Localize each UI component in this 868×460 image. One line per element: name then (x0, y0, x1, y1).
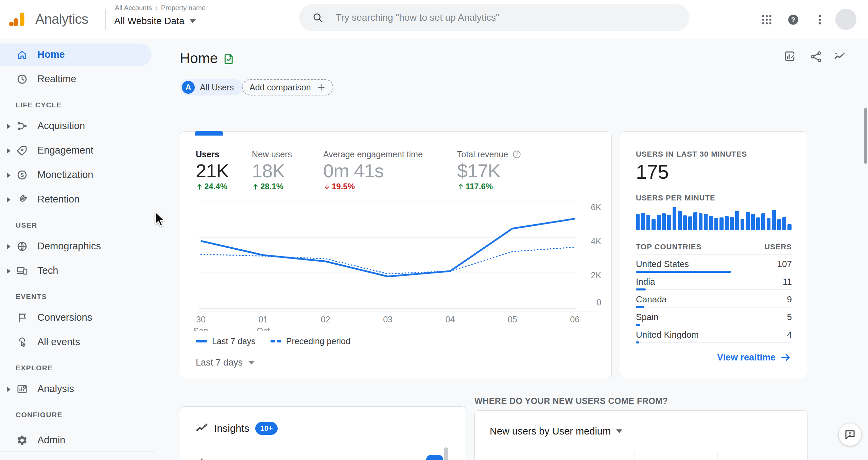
svg-text:?: ? (516, 152, 518, 157)
metric-delta: 28.1% (252, 182, 292, 191)
arrow-up-icon (457, 182, 465, 191)
view-realtime-link[interactable]: View realtime (717, 352, 791, 363)
expand-chevron-icon[interactable] (7, 173, 11, 178)
new-users-card: New users by User medium (474, 410, 808, 460)
sidebar-item-conversions[interactable]: Conversions (0, 306, 155, 329)
sidebar-item-realtime[interactable]: Realtime (0, 68, 155, 90)
arrow-up-icon (196, 182, 203, 191)
country-row: Canada9 (636, 292, 792, 310)
divider (0, 424, 155, 424)
share-icon[interactable] (810, 50, 822, 63)
sidebar-item-home[interactable]: Home (0, 43, 152, 66)
sidebar-item-label: Realtime (37, 73, 76, 85)
help-icon[interactable]: ? (512, 150, 521, 159)
sidebar-item-label: Demographics (37, 241, 101, 252)
more-vert-icon[interactable] (814, 14, 826, 26)
sidebar-item-retention[interactable]: Retention (0, 188, 155, 211)
minute-bar (673, 207, 676, 230)
svg-text:02: 02 (321, 315, 330, 324)
doc-check-icon[interactable] (223, 52, 236, 67)
svg-text:6K: 6K (591, 202, 602, 212)
clock-icon (16, 73, 28, 85)
realtime-card: USERS IN LAST 30 MINUTES 175 USERS PER M… (620, 131, 807, 378)
chart-legend: Last 7 days Preceding period (196, 336, 350, 346)
chevron-down-icon (616, 429, 622, 433)
metric-total-revenue[interactable]: Total revenue?$17K117.6% (457, 149, 521, 191)
retention-icon (16, 194, 28, 205)
insights-header: Insights 10+ (195, 422, 278, 435)
breadcrumb-account[interactable]: All Accounts (115, 4, 152, 12)
svg-text:Sep: Sep (193, 326, 208, 331)
scrollbar-thumb[interactable] (444, 447, 448, 460)
expand-chevron-icon[interactable] (7, 124, 11, 129)
users-trend-chart: 6K4K2K030Sep01Oct0203040506 (180, 195, 611, 331)
new-users-dimension-selector[interactable]: New users by User medium (490, 426, 622, 437)
country-bar (636, 324, 640, 326)
sidebar-item-demographics[interactable]: Demographics (0, 235, 155, 258)
country-name: Canada (636, 294, 667, 305)
search-placeholder: Try searching "how to set up Analytics" (336, 12, 499, 23)
sidebar-item-label: Conversions (37, 312, 92, 323)
demographics-icon (16, 241, 28, 252)
expand-chevron-icon[interactable] (7, 197, 11, 202)
metric-new-users[interactable]: New users18K28.1% (252, 149, 292, 191)
minute-bar (735, 211, 739, 230)
sidebar-item-all-events[interactable]: All events (0, 331, 155, 353)
minute-bar (646, 215, 650, 230)
breadcrumb-property[interactable]: Property name (161, 4, 206, 12)
expand-chevron-icon[interactable] (7, 244, 11, 249)
avatar[interactable] (835, 9, 856, 30)
sidebar-item-engagement[interactable]: Engagement (0, 139, 155, 162)
country-row: United Kingdom4 (636, 328, 792, 345)
metric-users[interactable]: Users21K24.4% (196, 149, 229, 191)
chevron-down-icon (190, 19, 196, 23)
country-name: India (636, 277, 655, 287)
minute-bar (636, 214, 640, 230)
apps-grid-icon[interactable] (761, 14, 773, 26)
feedback-button[interactable] (839, 423, 861, 446)
expand-chevron-icon[interactable] (7, 387, 11, 392)
sidebar-item-admin[interactable]: Admin (0, 429, 155, 452)
breadcrumb[interactable]: All Accounts › Property name (115, 4, 206, 12)
country-name: United Kingdom (636, 330, 699, 340)
analytics-logo-icon[interactable] (7, 10, 26, 29)
sidebar-item-tech[interactable]: Tech (0, 260, 155, 282)
country-row: Spain5 (636, 310, 792, 328)
insights-count-badge[interactable]: 10+ (255, 422, 277, 435)
comparison-chip-all-users[interactable]: A All Users (180, 79, 243, 95)
minute-bar (767, 218, 770, 230)
sidebar-item-acquisition[interactable]: Acquisition (0, 115, 155, 137)
metric-average-engagement-time[interactable]: Average engagement time0m 41s19.5% (323, 149, 423, 191)
country-bar-track (636, 307, 792, 307)
customize-report-icon[interactable] (784, 50, 797, 63)
country-users: 4 (787, 330, 792, 340)
minute-bar (782, 217, 786, 230)
property-selector[interactable]: All Website Data (114, 16, 196, 26)
country-name: Spain (636, 312, 659, 322)
minute-bar (699, 213, 702, 230)
legend-dashed-swatch (271, 340, 281, 342)
legend-solid-swatch (196, 340, 207, 342)
acquisition-icon (16, 120, 28, 132)
expand-chevron-icon[interactable] (7, 148, 11, 154)
expand-chevron-icon[interactable] (7, 268, 11, 274)
add-comparison-button[interactable]: Add comparison (242, 79, 333, 95)
countries-table: United States107India11Canada9Spain5Unit… (636, 257, 792, 345)
sidebar-item-label: Tech (37, 265, 58, 276)
minute-bar (662, 213, 666, 230)
minute-bar (725, 216, 729, 230)
date-range-selector[interactable]: Last 7 days (196, 357, 255, 368)
country-users: 5 (787, 312, 792, 322)
app-header: Analytics All Accounts › Property name A… (0, 0, 868, 39)
sidebar-item-monetization[interactable]: $Monetization (0, 164, 155, 186)
sidebar-item-analysis[interactable]: Analysis (0, 378, 155, 400)
svg-text:2K: 2K (591, 270, 602, 280)
search-input[interactable]: Try searching "how to set up Analytics" (299, 4, 689, 31)
insights-icon[interactable] (833, 50, 846, 63)
sidebar-item-label: Home (37, 49, 65, 60)
tech-icon (16, 265, 28, 277)
country-row: United States107 (636, 257, 792, 275)
page-scrollbar-thumb[interactable] (864, 108, 867, 164)
minute-bar (787, 224, 791, 230)
help-icon[interactable]: ? (787, 14, 799, 26)
